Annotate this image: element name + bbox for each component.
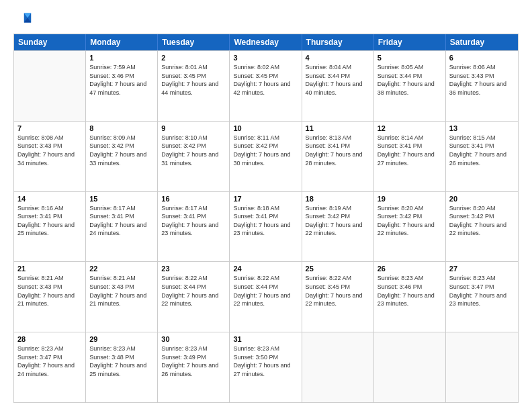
calendar-day-19: 19Sunrise: 8:20 AM Sunset: 3:42 PM Dayli… xyxy=(374,192,446,262)
calendar-day-6: 6Sunrise: 8:06 AM Sunset: 3:43 PM Daylig… xyxy=(446,51,518,121)
day-info: Sunrise: 8:23 AM Sunset: 3:49 PM Dayligh… xyxy=(161,345,226,378)
calendar-empty-cell xyxy=(14,51,86,121)
calendar-day-20: 20Sunrise: 8:20 AM Sunset: 3:42 PM Dayli… xyxy=(446,192,518,262)
header-day-saturday: Saturday xyxy=(446,34,518,50)
day-number: 26 xyxy=(378,265,442,273)
day-info: Sunrise: 8:16 AM Sunset: 3:41 PM Dayligh… xyxy=(17,204,82,238)
calendar-day-31: 31Sunrise: 8:23 AM Sunset: 3:50 PM Dayli… xyxy=(230,332,302,402)
calendar-day-15: 15Sunrise: 8:17 AM Sunset: 3:41 PM Dayli… xyxy=(86,192,158,262)
calendar-week-2: 7Sunrise: 8:08 AM Sunset: 3:43 PM Daylig… xyxy=(14,121,518,191)
day-number: 21 xyxy=(17,265,82,273)
calendar-day-8: 8Sunrise: 8:09 AM Sunset: 3:42 PM Daylig… xyxy=(86,122,158,191)
calendar-day-12: 12Sunrise: 8:14 AM Sunset: 3:41 PM Dayli… xyxy=(374,122,446,191)
day-info: Sunrise: 8:04 AM Sunset: 3:44 PM Dayligh… xyxy=(306,63,370,97)
calendar-day-13: 13Sunrise: 8:15 AM Sunset: 3:41 PM Dayli… xyxy=(446,122,518,191)
day-info: Sunrise: 8:23 AM Sunset: 3:46 PM Dayligh… xyxy=(378,274,442,308)
calendar-day-9: 9Sunrise: 8:10 AM Sunset: 3:42 PM Daylig… xyxy=(158,122,230,191)
day-info: Sunrise: 8:22 AM Sunset: 3:44 PM Dayligh… xyxy=(233,274,298,308)
header-day-thursday: Thursday xyxy=(302,34,374,50)
day-info: Sunrise: 8:22 AM Sunset: 3:44 PM Dayligh… xyxy=(161,274,226,308)
day-number: 3 xyxy=(233,54,298,62)
calendar-week-5: 28Sunrise: 8:23 AM Sunset: 3:47 PM Dayli… xyxy=(14,332,518,402)
calendar-day-3: 3Sunrise: 8:02 AM Sunset: 3:45 PM Daylig… xyxy=(230,51,302,121)
calendar-day-25: 25Sunrise: 8:22 AM Sunset: 3:45 PM Dayli… xyxy=(302,262,374,332)
day-number: 17 xyxy=(233,195,298,203)
day-number: 4 xyxy=(306,54,370,62)
calendar-week-4: 21Sunrise: 8:21 AM Sunset: 3:43 PM Dayli… xyxy=(14,261,518,332)
calendar-day-17: 17Sunrise: 8:18 AM Sunset: 3:41 PM Dayli… xyxy=(230,192,302,262)
calendar-day-30: 30Sunrise: 8:23 AM Sunset: 3:49 PM Dayli… xyxy=(158,332,230,402)
day-number: 24 xyxy=(233,265,298,273)
day-info: Sunrise: 8:20 AM Sunset: 3:42 PM Dayligh… xyxy=(378,204,442,238)
day-number: 5 xyxy=(378,54,442,62)
day-info: Sunrise: 8:01 AM Sunset: 3:45 PM Dayligh… xyxy=(161,63,226,97)
day-info: Sunrise: 8:13 AM Sunset: 3:41 PM Dayligh… xyxy=(306,134,370,167)
calendar-week-3: 14Sunrise: 8:16 AM Sunset: 3:41 PM Dayli… xyxy=(14,191,518,262)
calendar-day-26: 26Sunrise: 8:23 AM Sunset: 3:46 PM Dayli… xyxy=(374,262,446,332)
day-info: Sunrise: 8:09 AM Sunset: 3:42 PM Dayligh… xyxy=(89,134,154,167)
day-info: Sunrise: 8:17 AM Sunset: 3:41 PM Dayligh… xyxy=(161,204,226,238)
header-day-sunday: Sunday xyxy=(14,34,86,50)
day-info: Sunrise: 8:23 AM Sunset: 3:48 PM Dayligh… xyxy=(89,345,154,378)
calendar-body: 1Sunrise: 7:59 AM Sunset: 3:46 PM Daylig… xyxy=(14,50,518,402)
day-info: Sunrise: 8:20 AM Sunset: 3:42 PM Dayligh… xyxy=(449,204,515,238)
day-number: 15 xyxy=(89,195,154,203)
day-info: Sunrise: 8:10 AM Sunset: 3:42 PM Dayligh… xyxy=(161,134,226,167)
calendar: SundayMondayTuesdayWednesdayThursdayFrid… xyxy=(13,34,519,403)
calendar-day-27: 27Sunrise: 8:23 AM Sunset: 3:47 PM Dayli… xyxy=(446,262,518,332)
day-info: Sunrise: 8:06 AM Sunset: 3:43 PM Dayligh… xyxy=(449,63,515,97)
day-number: 7 xyxy=(17,124,82,132)
calendar-day-21: 21Sunrise: 8:21 AM Sunset: 3:43 PM Dayli… xyxy=(14,262,86,332)
day-number: 29 xyxy=(89,335,154,343)
calendar-day-10: 10Sunrise: 8:11 AM Sunset: 3:42 PM Dayli… xyxy=(230,122,302,191)
day-number: 11 xyxy=(306,124,370,132)
calendar-day-14: 14Sunrise: 8:16 AM Sunset: 3:41 PM Dayli… xyxy=(14,192,86,262)
day-number: 8 xyxy=(89,124,154,132)
day-number: 19 xyxy=(378,195,442,203)
day-info: Sunrise: 7:59 AM Sunset: 3:46 PM Dayligh… xyxy=(89,63,154,97)
calendar-day-7: 7Sunrise: 8:08 AM Sunset: 3:43 PM Daylig… xyxy=(14,122,86,191)
day-number: 25 xyxy=(306,265,370,273)
header-day-friday: Friday xyxy=(374,34,446,50)
calendar-day-5: 5Sunrise: 8:05 AM Sunset: 3:44 PM Daylig… xyxy=(374,51,446,121)
calendar-day-22: 22Sunrise: 8:21 AM Sunset: 3:43 PM Dayli… xyxy=(86,262,158,332)
day-info: Sunrise: 8:23 AM Sunset: 3:47 PM Dayligh… xyxy=(449,274,515,308)
calendar-day-4: 4Sunrise: 8:04 AM Sunset: 3:44 PM Daylig… xyxy=(302,51,374,121)
day-number: 14 xyxy=(17,195,82,203)
day-info: Sunrise: 8:15 AM Sunset: 3:41 PM Dayligh… xyxy=(449,134,515,167)
day-number: 1 xyxy=(89,54,154,62)
day-info: Sunrise: 8:23 AM Sunset: 3:47 PM Dayligh… xyxy=(17,345,82,378)
logo xyxy=(13,11,35,30)
day-number: 20 xyxy=(449,195,515,203)
day-info: Sunrise: 8:22 AM Sunset: 3:45 PM Dayligh… xyxy=(306,274,370,308)
day-info: Sunrise: 8:11 AM Sunset: 3:42 PM Dayligh… xyxy=(233,134,298,167)
calendar-day-28: 28Sunrise: 8:23 AM Sunset: 3:47 PM Dayli… xyxy=(14,332,86,402)
calendar-empty-cell xyxy=(374,332,446,402)
header-day-tuesday: Tuesday xyxy=(158,34,230,50)
day-info: Sunrise: 8:02 AM Sunset: 3:45 PM Dayligh… xyxy=(233,63,298,97)
day-number: 18 xyxy=(306,195,370,203)
day-info: Sunrise: 8:14 AM Sunset: 3:41 PM Dayligh… xyxy=(378,134,442,167)
day-info: Sunrise: 8:21 AM Sunset: 3:43 PM Dayligh… xyxy=(89,274,154,308)
day-number: 13 xyxy=(449,124,515,132)
calendar-day-16: 16Sunrise: 8:17 AM Sunset: 3:41 PM Dayli… xyxy=(158,192,230,262)
calendar-day-11: 11Sunrise: 8:13 AM Sunset: 3:41 PM Dayli… xyxy=(302,122,374,191)
calendar-empty-cell xyxy=(446,332,518,402)
calendar-day-24: 24Sunrise: 8:22 AM Sunset: 3:44 PM Dayli… xyxy=(230,262,302,332)
day-number: 9 xyxy=(161,124,226,132)
day-info: Sunrise: 8:08 AM Sunset: 3:43 PM Dayligh… xyxy=(17,134,82,167)
calendar-page: SundayMondayTuesdayWednesdayThursdayFrid… xyxy=(0,0,532,411)
day-number: 28 xyxy=(17,335,82,343)
calendar-day-29: 29Sunrise: 8:23 AM Sunset: 3:48 PM Dayli… xyxy=(86,332,158,402)
day-info: Sunrise: 8:21 AM Sunset: 3:43 PM Dayligh… xyxy=(17,274,82,308)
day-info: Sunrise: 8:05 AM Sunset: 3:44 PM Dayligh… xyxy=(378,63,442,97)
day-info: Sunrise: 8:17 AM Sunset: 3:41 PM Dayligh… xyxy=(89,204,154,238)
calendar-day-1: 1Sunrise: 7:59 AM Sunset: 3:46 PM Daylig… xyxy=(86,51,158,121)
calendar-week-1: 1Sunrise: 7:59 AM Sunset: 3:46 PM Daylig… xyxy=(14,50,518,121)
day-number: 22 xyxy=(89,265,154,273)
header-day-monday: Monday xyxy=(86,34,158,50)
day-number: 10 xyxy=(233,124,298,132)
calendar-day-2: 2Sunrise: 8:01 AM Sunset: 3:45 PM Daylig… xyxy=(158,51,230,121)
day-info: Sunrise: 8:19 AM Sunset: 3:42 PM Dayligh… xyxy=(306,204,370,238)
day-number: 16 xyxy=(161,195,226,203)
